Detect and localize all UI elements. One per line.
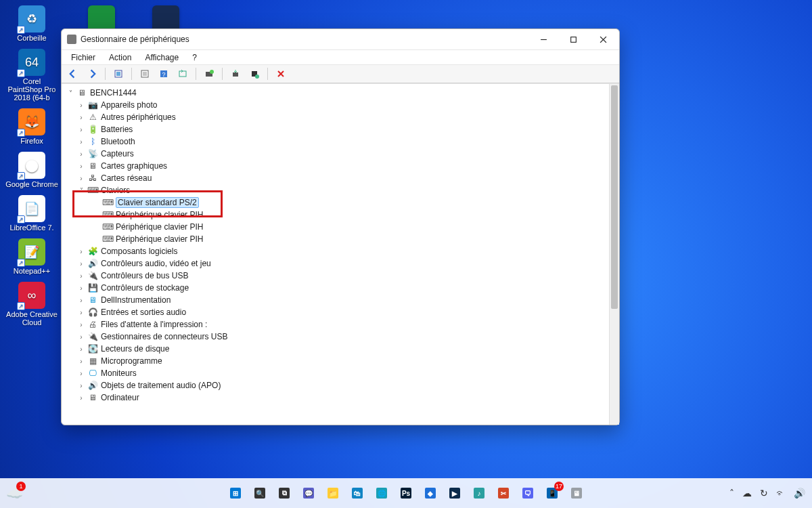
toolbar-uninstall-button[interactable] [246, 66, 263, 81]
close-button[interactable] [588, 30, 618, 49]
tree-chevron-icon[interactable]: › [76, 297, 86, 304]
tray-onedrive-icon[interactable]: ☁ [742, 488, 752, 499]
tree-chevron-icon[interactable]: › [76, 175, 86, 182]
toolbar-refresh-button[interactable] [174, 66, 191, 81]
toolbar-scan-button[interactable] [200, 66, 218, 81]
tree-chevron-icon[interactable]: › [76, 333, 86, 341]
tree-chevron-icon[interactable]: › [76, 114, 86, 121]
taskbar-edge[interactable]: 🌐 [371, 483, 392, 503]
device-tree[interactable]: ˅🖥BENCH1444›📷Appareils photo›⚠Autres pér… [62, 84, 608, 425]
taskbar-tool1[interactable]: ◆ [420, 483, 441, 503]
taskbar-phone-link[interactable]: 📱17 [542, 483, 562, 503]
tree-device[interactable]: ⌨Périphérique clavier PIH [64, 209, 608, 221]
taskbar-task-view[interactable]: ⧉ [274, 483, 294, 503]
vertical-scrollbar[interactable] [609, 84, 619, 425]
tree-device[interactable]: ⌨Périphérique clavier PIH [64, 221, 608, 233]
tree-category[interactable]: ›💾Contrôleurs de stockage [64, 282, 608, 294]
desktop-icon[interactable]: 64↗Corel PaintShop Pro 2018 (64-b [5, 49, 58, 102]
tree-chevron-icon[interactable]: › [76, 370, 86, 377]
taskbar-search[interactable]: 🔍 [250, 483, 270, 503]
toolbar-back-button[interactable] [64, 66, 82, 81]
tree-node-label: Périphérique clavier PIH [116, 234, 203, 244]
tree-category[interactable]: ›🖥DellInstrumentation [64, 294, 608, 306]
tree-chevron-icon[interactable]: › [76, 138, 86, 146]
menu-affichage[interactable]: Affichage [139, 51, 184, 64]
tray-sync-icon[interactable]: ↻ [760, 488, 768, 499]
toolbar-show-hidden-button[interactable] [110, 66, 127, 81]
tree-chevron-icon[interactable]: › [76, 248, 86, 255]
toolbar-properties-button[interactable] [136, 66, 154, 81]
tree-category[interactable]: ›💽Lecteurs de disque [64, 343, 608, 355]
tree-category[interactable]: ›🔊Contrôleurs audio, vidéo et jeu [64, 257, 608, 270]
menu-action[interactable]: Action [104, 51, 137, 64]
taskbar-amazon-music[interactable]: ♪ [469, 483, 489, 503]
desktop-icon[interactable]: 🦊↗Firefox [5, 108, 58, 145]
tree-device[interactable]: ⌨Clavier standard PS/2 [64, 196, 608, 209]
tree-chevron-icon[interactable]: ˅ [66, 89, 75, 97]
tree-category[interactable]: ›🔌Gestionnaires de connecteurs USB [64, 331, 608, 343]
tree-device[interactable]: ⌨Périphérique clavier PIH [64, 233, 608, 245]
tree-category[interactable]: ›🔌Contrôleurs de bus USB [64, 270, 608, 282]
scrollbar-thumb[interactable] [611, 85, 618, 309]
tree-root[interactable]: ˅🖥BENCH1444 [64, 87, 608, 99]
tree-chevron-icon[interactable]: › [76, 394, 86, 402]
taskbar-tool2[interactable]: ▶ [445, 483, 465, 503]
tree-category[interactable]: ›ᛒBluetooth [64, 135, 608, 148]
tree-category[interactable]: ›🖧Cartes réseau [64, 172, 608, 184]
tree-category[interactable]: ˅⌨Claviers [64, 184, 608, 196]
tree-chevron-icon[interactable]: › [76, 260, 86, 268]
tray-chevron-up-icon[interactable]: ˄ [729, 488, 734, 499]
taskbar-snip[interactable]: ✂ [493, 483, 514, 503]
tree-chevron-icon[interactable]: ˅ [76, 187, 86, 194]
taskbar-discord[interactable]: 🗨 [518, 483, 538, 503]
tree-category[interactable]: ›🖥Cartes graphiques [64, 160, 608, 172]
tree-node-icon: 🖥 [87, 161, 98, 171]
toolbar-delete-button[interactable] [272, 66, 290, 81]
menu-fichier[interactable]: Fichier [66, 51, 101, 64]
tree-chevron-icon[interactable]: › [76, 358, 86, 365]
taskbar-store[interactable]: 🛍 [347, 483, 367, 503]
desktop-icon[interactable]: ♻↗Corbeille [5, 5, 58, 42]
tree-category[interactable]: ›🔊Objets de traitement audio (APO) [64, 379, 608, 391]
toolbar-help-button[interactable]: ? [155, 66, 173, 81]
tree-chevron-icon[interactable]: › [76, 163, 86, 170]
tree-chevron-icon[interactable]: › [76, 150, 86, 158]
maximize-button[interactable] [558, 30, 588, 49]
tree-chevron-icon[interactable]: › [76, 382, 86, 389]
tree-chevron-icon[interactable]: › [76, 126, 86, 133]
tree-chevron-icon[interactable]: › [76, 102, 86, 109]
taskbar-badge: 17 [554, 482, 564, 491]
tray-wifi-icon[interactable]: ᯤ [776, 488, 786, 499]
tray-volume-icon[interactable]: 🔊 [794, 488, 805, 499]
tree-category[interactable]: ›⚠Autres périphériques [64, 111, 608, 123]
minimize-button[interactable] [528, 30, 558, 49]
toolbar-forward-button[interactable] [83, 66, 101, 81]
tree-chevron-icon[interactable]: › [76, 321, 86, 329]
taskbar-chat[interactable]: 💬 [298, 483, 319, 503]
tree-category[interactable]: ›🧩Composants logiciels [64, 245, 608, 257]
desktop-icon[interactable]: ∞↗Adobe Creative Cloud [5, 282, 58, 326]
weather-widget[interactable]: ☁️ 1 [4, 483, 24, 503]
taskbar-photoshop[interactable]: Ps [396, 483, 416, 503]
taskbar-start[interactable]: ⊞ [225, 483, 246, 503]
tree-chevron-icon[interactable]: › [76, 345, 86, 353]
tree-category[interactable]: ›🖥Ordinateur [64, 391, 608, 404]
tree-category[interactable]: ›🎧Entrées et sorties audio [64, 306, 608, 318]
tree-category[interactable]: ›📡Capteurs [64, 148, 608, 160]
titlebar[interactable]: Gestionnaire de périphériques [62, 29, 619, 49]
toolbar-install-button[interactable] [227, 66, 244, 81]
tree-category[interactable]: ›🖵Moniteurs [64, 367, 608, 379]
taskbar-device-manager[interactable]: 🖥 [566, 483, 587, 503]
menu-?[interactable]: ? [187, 51, 202, 64]
tree-chevron-icon[interactable]: › [76, 309, 86, 316]
desktop-icon[interactable]: 📄↗LibreOffice 7. [5, 195, 58, 232]
desktop-icon[interactable]: ⬤↗Google Chrome [5, 152, 58, 188]
desktop-icon[interactable]: 📝↗Notepad++ [5, 238, 58, 275]
tree-category[interactable]: ›📷Appareils photo [64, 99, 608, 111]
tree-category[interactable]: ›▦Microprogramme [64, 355, 608, 367]
tree-category[interactable]: ›🔋Batteries [64, 123, 608, 135]
tree-chevron-icon[interactable]: › [76, 284, 86, 292]
tree-category[interactable]: ›🖨Files d'attente à l'impression : [64, 318, 608, 331]
tree-chevron-icon[interactable]: › [76, 272, 86, 280]
taskbar-explorer[interactable]: 📁 [323, 483, 343, 503]
